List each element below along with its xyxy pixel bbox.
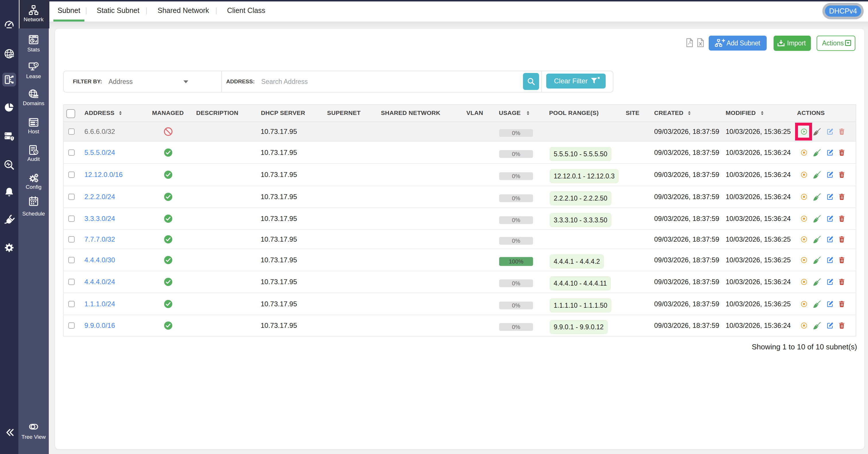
svg-text:DNS: DNS (9, 54, 14, 57)
svg-text:COM: COM (34, 95, 39, 98)
